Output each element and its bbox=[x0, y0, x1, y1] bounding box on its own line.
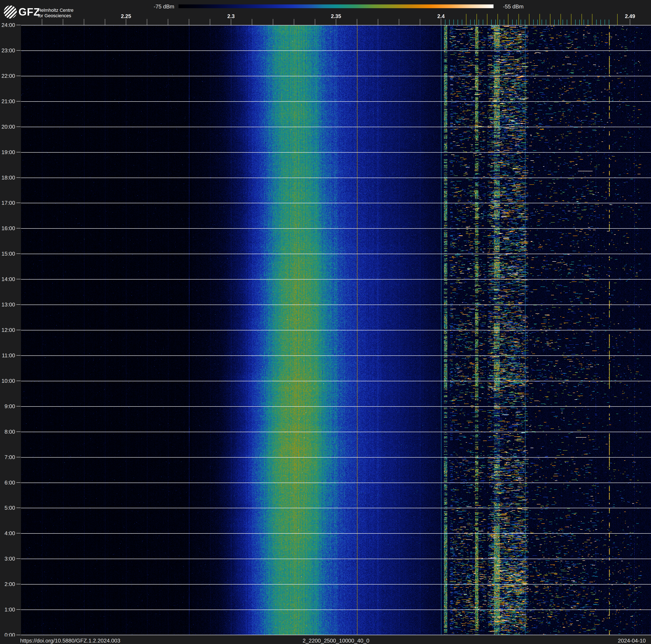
time-tick bbox=[17, 330, 21, 330]
freq-tick-ism bbox=[588, 20, 588, 25]
freq-tick-ism bbox=[517, 20, 517, 25]
freq-tick-wifi-channel bbox=[487, 14, 488, 25]
freq-tick-ism bbox=[470, 20, 471, 25]
freq-tick-ism bbox=[567, 20, 567, 25]
time-label: 15:00 bbox=[0, 251, 15, 257]
time-tick bbox=[17, 25, 21, 25]
time-tick bbox=[17, 203, 21, 203]
freq-tick-wifi-channel bbox=[592, 14, 592, 25]
time-label: 14:00 bbox=[0, 276, 15, 282]
freq-tick-wifi-channel bbox=[550, 14, 550, 25]
time-label: 21:00 bbox=[0, 98, 15, 104]
date-label: 2024-04-10 bbox=[618, 638, 646, 644]
freq-tick-major bbox=[336, 19, 336, 25]
freq-tick-minor bbox=[315, 19, 315, 25]
freq-tick-ism bbox=[512, 20, 513, 25]
freq-tick-ism bbox=[596, 20, 597, 25]
freq-tick-minor bbox=[273, 19, 273, 25]
freq-tick-wifi-channel bbox=[519, 14, 519, 25]
freq-tick-wifi-channel bbox=[476, 14, 477, 25]
freq-tick-minor bbox=[252, 19, 252, 25]
time-label: 12:00 bbox=[0, 327, 15, 333]
freq-tick-ism bbox=[600, 20, 601, 25]
freq-tick-minor bbox=[210, 19, 210, 25]
logo-subtitle-line2: for Geosciences bbox=[38, 13, 71, 19]
time-label: 7:00 bbox=[0, 454, 15, 460]
gfz-logo-icon bbox=[4, 5, 17, 19]
time-tick bbox=[17, 482, 21, 483]
freq-tick-ism bbox=[445, 20, 445, 25]
freq-tick-ism bbox=[525, 20, 525, 25]
freq-tick-minor bbox=[399, 19, 399, 25]
time-label: 24:00 bbox=[0, 22, 15, 28]
freq-tick-ism bbox=[609, 20, 609, 25]
freq-tick-wifi-channel bbox=[560, 14, 561, 25]
spectrogram-heatmap bbox=[21, 25, 651, 635]
freq-tick-major bbox=[231, 19, 231, 25]
time-tick bbox=[17, 457, 21, 457]
freq-tick-ism bbox=[504, 20, 504, 25]
time-label: 10:00 bbox=[0, 378, 15, 384]
time-label: 13:00 bbox=[0, 302, 15, 308]
freq-tick-ism bbox=[554, 20, 555, 25]
freq-tick-wifi-channel bbox=[529, 14, 529, 25]
freq-tick-ism bbox=[474, 20, 475, 25]
freq-tick-minor bbox=[168, 19, 168, 25]
time-tick bbox=[17, 609, 21, 610]
freq-tick-wifi-channel bbox=[508, 14, 508, 25]
freq-tick-label: 2.3 bbox=[222, 13, 241, 19]
time-tick bbox=[17, 533, 21, 533]
freq-tick-minor bbox=[42, 19, 42, 25]
time-tick bbox=[17, 126, 21, 127]
freq-tick-ism bbox=[478, 20, 479, 25]
freq-tick-ism bbox=[584, 20, 584, 25]
time-label: 17:00 bbox=[0, 200, 15, 206]
colorbar-gradient bbox=[179, 4, 494, 8]
time-label: 22:00 bbox=[0, 73, 15, 79]
freq-tick-major bbox=[441, 19, 441, 25]
time-tick bbox=[17, 635, 21, 635]
time-label: 11:00 bbox=[0, 352, 15, 358]
freq-tick-minor bbox=[84, 19, 84, 25]
time-tick bbox=[17, 558, 21, 559]
freq-tick-label: 2.49 bbox=[621, 13, 640, 19]
time-tick bbox=[17, 432, 21, 432]
time-label: 20:00 bbox=[0, 124, 15, 130]
freq-tick-minor bbox=[420, 19, 420, 25]
freq-tick-wifi-channel bbox=[617, 14, 618, 25]
time-tick bbox=[17, 406, 21, 407]
time-label: 6:00 bbox=[0, 480, 15, 486]
freq-tick-wifi-channel bbox=[497, 14, 498, 25]
freq-tick-major bbox=[630, 19, 630, 25]
logo-subtitle-line1: Helmholtz Centre bbox=[38, 7, 73, 13]
time-tick bbox=[17, 584, 21, 584]
freq-tick-wifi-channel bbox=[539, 14, 540, 25]
freq-tick-ism bbox=[500, 20, 500, 25]
time-tick bbox=[17, 76, 21, 76]
freq-tick-ism bbox=[541, 20, 542, 25]
time-tick bbox=[17, 228, 21, 229]
colorbar-min-label: -75 dBm bbox=[154, 3, 174, 10]
time-tick bbox=[17, 50, 21, 51]
freq-tick-minor bbox=[105, 19, 105, 25]
freq-tick-ism bbox=[575, 20, 576, 25]
colorbar-max-label: -55 dBm bbox=[503, 3, 524, 10]
time-tick bbox=[17, 152, 21, 152]
freq-tick-label: 2.4 bbox=[432, 13, 451, 19]
freq-tick-ism bbox=[495, 20, 496, 25]
freq-tick-label: 2.35 bbox=[327, 13, 345, 19]
freq-tick-ism bbox=[491, 20, 492, 25]
freq-tick-minor bbox=[378, 19, 378, 25]
freq-tick-ism bbox=[546, 20, 546, 25]
freq-tick-ism bbox=[458, 20, 458, 25]
freq-tick-wifi-channel bbox=[571, 14, 571, 25]
freq-tick-minor bbox=[294, 19, 294, 25]
time-label: 3:00 bbox=[0, 556, 15, 562]
time-tick bbox=[17, 101, 21, 101]
dataset-id-label: 2_2200_2500_10000_40_0 bbox=[21, 638, 651, 644]
freq-tick-ism bbox=[563, 20, 563, 25]
freq-tick-ism bbox=[533, 20, 534, 25]
time-label: 9:00 bbox=[0, 403, 15, 409]
freq-tick-ism bbox=[462, 20, 462, 25]
time-tick bbox=[17, 304, 21, 305]
